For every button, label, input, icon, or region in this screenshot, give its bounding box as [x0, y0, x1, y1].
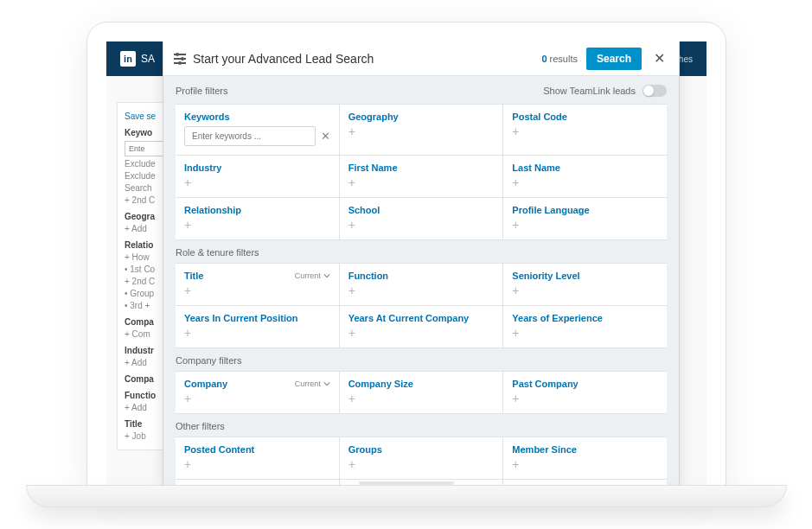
filter-title-label: Title — [184, 271, 203, 281]
filter-yacc-label: Years At Current Company — [348, 313, 495, 323]
filter-yicp-label: Years In Current Position — [184, 313, 330, 323]
laptop-frame: in SA Searches Save se Keywo Exclude Exc… — [86, 22, 726, 488]
filter-company[interactable]: Company Current + — [176, 372, 339, 413]
modal-header: Start your Advanced Lead Search 0 result… — [163, 41, 679, 76]
results-count: 0 results — [541, 54, 578, 64]
company-filters-grid: Company Current + Company Size + — [176, 371, 667, 414]
filter-yicp[interactable]: Years In Current Position + — [176, 306, 339, 347]
filter-keywords[interactable]: Keywords ✕ — [176, 105, 339, 155]
plus-icon: + — [512, 458, 658, 470]
filter-industry-label: Industry — [184, 163, 330, 173]
filter-title[interactable]: Title Current + — [176, 264, 339, 305]
filter-member-since-label: Member Since — [512, 444, 658, 455]
filter-yacc[interactable]: Years At Current Company + — [340, 306, 503, 347]
filter-company-size-label: Company Size — [348, 379, 495, 389]
plus-icon: + — [184, 327, 330, 339]
plus-icon: + — [348, 458, 495, 470]
plus-icon: + — [512, 125, 658, 137]
filter-first-name[interactable]: First Name + — [340, 156, 503, 197]
teamlink-label: Show TeamLink leads — [543, 86, 636, 96]
filter-past-company-label: Past Company — [512, 379, 658, 389]
other-filters-label: Other filters — [163, 414, 679, 437]
filter-company-size[interactable]: Company Size + — [340, 372, 503, 413]
filter-first-name-label: First Name — [348, 163, 495, 173]
filter-school-label: School — [348, 205, 495, 215]
modal-body: Profile filters Show TeamLink leads Keyw… — [163, 76, 679, 488]
filter-member-since[interactable]: Member Since + — [503, 437, 667, 479]
plus-icon: + — [348, 327, 495, 339]
teamlink-toggle[interactable] — [643, 85, 667, 97]
filter-posted-content[interactable]: Posted Content + — [176, 437, 339, 479]
plus-icon: + — [184, 219, 330, 231]
filter-seniority[interactable]: Seniority Level + — [503, 264, 667, 305]
plus-icon: + — [184, 176, 330, 188]
search-button[interactable]: Search — [586, 48, 642, 70]
modal-title: Start your Advanced Lead Search — [193, 52, 374, 66]
plus-icon: + — [184, 284, 330, 296]
plus-icon: + — [512, 176, 658, 188]
filter-geography-label: Geography — [348, 112, 495, 122]
title-scope-dropdown[interactable]: Current — [295, 271, 330, 280]
filter-industry[interactable]: Industry + — [176, 156, 339, 197]
filter-language-label: Profile Language — [512, 205, 658, 215]
keywords-clear-icon[interactable]: ✕ — [321, 130, 330, 143]
linkedin-logo: in — [120, 51, 136, 67]
filter-geography[interactable]: Geography + — [340, 105, 503, 155]
plus-icon: + — [348, 219, 495, 231]
role-tenure-label: Role & tenure filters — [163, 240, 679, 263]
plus-icon: + — [348, 392, 495, 405]
plus-icon: + — [348, 284, 495, 296]
filter-school[interactable]: School + — [340, 198, 503, 239]
filter-last-name-label: Last Name — [512, 163, 658, 173]
advanced-search-modal: Start your Advanced Lead Search 0 result… — [163, 41, 680, 488]
filter-groups[interactable]: Groups + — [340, 437, 503, 479]
filter-seniority-label: Seniority Level — [512, 271, 658, 281]
plus-icon: + — [184, 458, 330, 470]
plus-icon: + — [512, 392, 658, 405]
filter-function-label: Function — [348, 271, 495, 281]
plus-icon: + — [348, 176, 495, 188]
filter-postal-label: Postal Code — [512, 112, 658, 122]
plus-icon: + — [184, 392, 330, 405]
filter-language[interactable]: Profile Language + — [503, 198, 667, 239]
plus-icon: + — [512, 327, 658, 339]
close-button[interactable]: ✕ — [650, 48, 668, 68]
laptop-base — [26, 485, 787, 507]
company-scope-dropdown[interactable]: Current — [295, 379, 330, 388]
chevron-down-icon — [323, 272, 330, 279]
filter-icon — [174, 54, 186, 64]
filter-postal[interactable]: Postal Code + — [503, 105, 667, 155]
filter-yoe-label: Years of Experience — [512, 313, 658, 323]
filter-function[interactable]: Function + — [340, 264, 503, 305]
profile-filters-grid: Keywords ✕ Geography + Postal Code + — [176, 104, 667, 240]
chevron-down-icon — [323, 380, 330, 387]
plus-icon: + — [348, 125, 495, 137]
filter-relationship-label: Relationship — [184, 205, 330, 215]
plus-icon: + — [512, 284, 658, 296]
filter-posted-content-label: Posted Content — [184, 444, 330, 455]
role-tenure-grid: Title Current + Function + Senio — [176, 263, 667, 348]
profile-filters-header-row: Profile filters Show TeamLink leads — [163, 76, 679, 104]
bg-brand-text: SA — [141, 53, 155, 65]
filter-yoe[interactable]: Years of Experience + — [503, 306, 667, 347]
screen: in SA Searches Save se Keywo Exclude Exc… — [106, 41, 707, 488]
profile-filters-label: Profile filters — [176, 86, 228, 96]
filter-last-name[interactable]: Last Name + — [503, 156, 667, 197]
plus-icon: + — [512, 219, 658, 231]
filter-past-company[interactable]: Past Company + — [503, 372, 667, 413]
filter-groups-label: Groups — [348, 444, 495, 455]
company-filters-label: Company filters — [163, 348, 679, 371]
filter-company-label: Company — [184, 379, 227, 389]
filter-relationship[interactable]: Relationship + — [176, 198, 339, 239]
filter-keywords-label: Keywords — [184, 112, 330, 122]
keywords-input[interactable] — [184, 126, 316, 146]
other-filters-grid: Posted Content + Groups + Member Since +… — [176, 437, 667, 488]
